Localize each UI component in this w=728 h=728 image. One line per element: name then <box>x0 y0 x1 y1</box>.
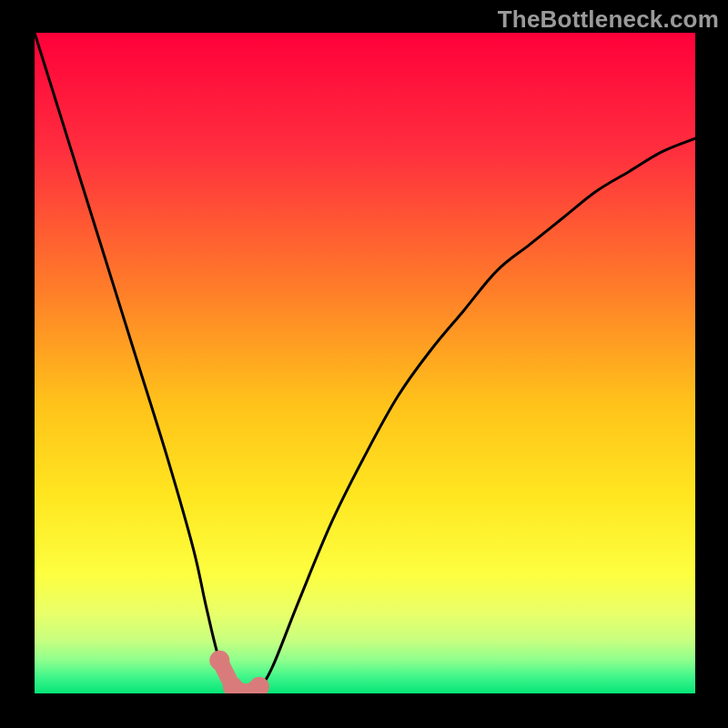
chart-background <box>35 33 695 693</box>
bottleneck-chart <box>35 33 695 693</box>
ideal-zone-dot <box>209 651 229 671</box>
chart-frame: TheBottleneck.com <box>0 0 728 728</box>
watermark-label: TheBottleneck.com <box>498 5 719 34</box>
